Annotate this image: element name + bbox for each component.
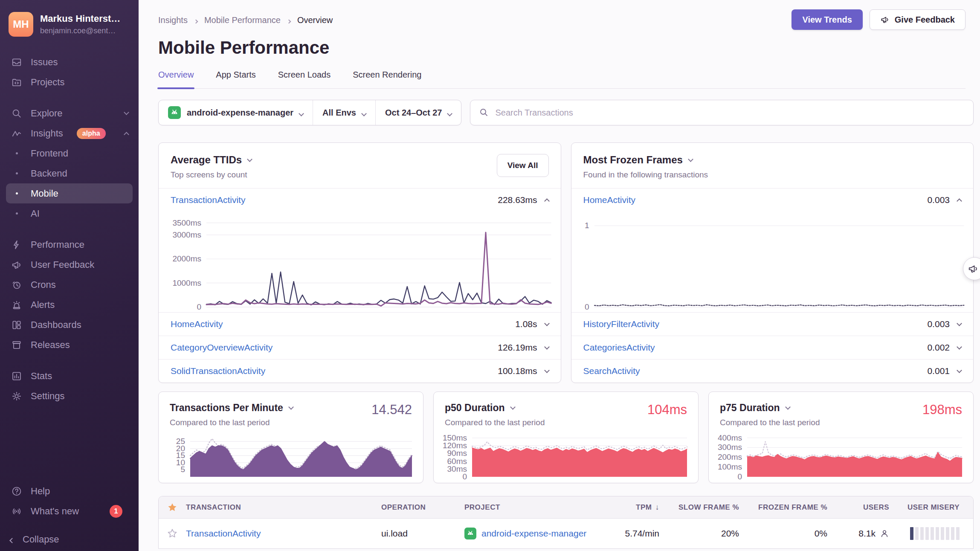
transaction-link[interactable]: TransactionActivity: [171, 195, 245, 205]
expand-row-icon[interactable]: [544, 344, 550, 350]
sidebar-item-ai[interactable]: AI: [6, 203, 133, 223]
tpm-panel: Transactions Per Minute Compared to the …: [158, 392, 423, 483]
sidebar-item-label: What's new: [31, 506, 79, 517]
sidebar-item-releases[interactable]: Releases: [6, 335, 133, 355]
average-ttids-title[interactable]: Average TTIDs: [171, 154, 252, 166]
sidebar-item-frontend[interactable]: Frontend: [6, 143, 133, 163]
ttids-row: CategoryOverviewActivity 126.19ms: [159, 336, 561, 359]
transaction-link[interactable]: HistoryFilterActivity: [583, 319, 660, 329]
breadcrumb-mobile-performance[interactable]: Mobile Performance: [204, 15, 281, 25]
column-header-transaction[interactable]: TRANSACTION: [186, 503, 381, 512]
search-icon: [10, 108, 23, 119]
sidebar-item-projects[interactable]: Projects: [6, 72, 133, 92]
average-ttids-panel: Average TTIDs Top screens by count View …: [158, 142, 561, 383]
p50-title[interactable]: p50 Duration: [445, 402, 545, 414]
chevron-down-icon: [299, 108, 303, 118]
search-input[interactable]: [495, 108, 965, 118]
environment-selector-value: All Envs: [322, 108, 356, 118]
collapse-row-icon[interactable]: [544, 198, 550, 204]
breadcrumb-insights[interactable]: Insights: [158, 15, 188, 25]
expand-row-icon[interactable]: [957, 321, 962, 326]
view-all-button[interactable]: View All: [497, 154, 549, 177]
chevron-right-icon: [194, 15, 197, 25]
tpm-title[interactable]: Transactions Per Minute: [170, 402, 293, 414]
sidebar-item-explore[interactable]: Explore: [6, 103, 133, 123]
sidebar-footer: Help What's new 1 Collapse: [0, 481, 139, 547]
transactions-table: TRANSACTION OPERATION PROJECT TPM↓ SLOW …: [158, 496, 974, 549]
sidebar-item-help[interactable]: Help: [6, 481, 133, 501]
p75-title[interactable]: p75 Duration: [720, 402, 820, 414]
android-project-icon: [464, 528, 476, 539]
tab-bar: Overview App Starts Screen Loads Screen …: [158, 70, 966, 89]
p75-panel: p75 Duration Compared to the last period…: [708, 392, 974, 483]
sidebar-item-label: Frontend: [31, 148, 68, 159]
sidebar-item-performance[interactable]: Performance: [6, 235, 133, 255]
transaction-link[interactable]: HomeActivity: [583, 195, 636, 205]
collapse-label: Collapse: [23, 534, 59, 545]
ttids-y-axis: 3500ms3000ms2000ms1000ms0: [162, 219, 206, 307]
sidebar-item-mobile[interactable]: Mobile: [6, 183, 133, 203]
view-trends-button[interactable]: View Trends: [792, 9, 862, 30]
transaction-link[interactable]: CategoriesActivity: [583, 342, 655, 353]
nav-divider: [0, 92, 139, 103]
tab-overview[interactable]: Overview: [158, 70, 194, 88]
give-feedback-button[interactable]: Give Feedback: [870, 9, 966, 30]
column-header-user-misery[interactable]: USER MISERY: [889, 503, 973, 512]
sidebar-item-alerts[interactable]: Alerts: [6, 295, 133, 315]
p75-chart-area: 400ms300ms200ms100ms0: [720, 427, 962, 477]
environment-selector[interactable]: All Envs: [313, 100, 375, 125]
expand-row-icon[interactable]: [544, 321, 550, 326]
column-header-operation[interactable]: OPERATION: [381, 503, 464, 512]
column-header-users[interactable]: USERS: [827, 503, 889, 512]
transaction-link[interactable]: SearchActivity: [583, 366, 640, 376]
column-header-slow-frame[interactable]: SLOW FRAME %: [659, 503, 739, 512]
transaction-link[interactable]: HomeActivity: [171, 319, 223, 329]
operation-cell: ui.load: [381, 528, 464, 539]
transaction-link[interactable]: TransactionActivity: [186, 528, 261, 538]
column-header-project[interactable]: PROJECT: [464, 503, 612, 512]
sidebar-item-settings[interactable]: Settings: [6, 386, 133, 406]
tab-app-starts[interactable]: App Starts: [216, 70, 255, 88]
sidebar-item-user-feedback[interactable]: User Feedback: [6, 255, 133, 275]
expand-row-icon[interactable]: [957, 368, 962, 373]
date-range-selector[interactable]: Oct 24–Oct 27: [375, 100, 461, 125]
slow-frame-cell: 20%: [659, 528, 739, 539]
expand-row-icon[interactable]: [544, 368, 550, 373]
main-content: Insights Mobile Performance Overview Vie…: [139, 0, 980, 551]
transaction-link[interactable]: SolidTransactionActivity: [171, 366, 265, 376]
transaction-link[interactable]: CategoryOverviewActivity: [171, 342, 273, 353]
star-icon[interactable]: [159, 502, 186, 513]
chevron-down-icon: [247, 157, 252, 162]
panel-title-label: p75 Duration: [720, 402, 780, 414]
sidebar-item-crons[interactable]: Crons: [6, 275, 133, 295]
sidebar-item-backend[interactable]: Backend: [6, 163, 133, 183]
tpm-cell: 5.74/min: [612, 528, 659, 539]
sidebar-item-insights[interactable]: Insights alpha: [6, 123, 133, 143]
sidebar-item-issues[interactable]: Issues: [6, 52, 133, 72]
column-header-frozen-frame[interactable]: FROZEN FRAME %: [739, 503, 827, 512]
tab-screen-loads[interactable]: Screen Loads: [278, 70, 331, 88]
column-header-tpm[interactable]: TPM↓: [612, 503, 659, 512]
favorite-star-button[interactable]: [159, 528, 186, 539]
chevron-down-icon: [510, 404, 516, 410]
sidebar-collapse-button[interactable]: Collapse: [0, 527, 139, 547]
project-selector[interactable]: android-expense-manager: [159, 100, 313, 125]
sidebar-item-whats-new[interactable]: What's new 1: [6, 501, 133, 521]
p50-chart-area: 150ms120ms90ms60ms30ms0: [445, 427, 687, 477]
panel-title-label: p50 Duration: [445, 402, 505, 414]
sidebar: MH Markus Hinterst… benjamin.coe@sent… I…: [0, 0, 139, 551]
archive-icon: [10, 339, 23, 351]
frozen-value: 0.002: [927, 342, 950, 353]
bar-chart-icon: [10, 371, 23, 382]
chevron-up-icon: [125, 130, 128, 136]
sidebar-item-stats[interactable]: Stats: [6, 366, 133, 386]
nav-divider: [0, 355, 139, 366]
collapse-row-icon[interactable]: [957, 198, 962, 204]
user-menu[interactable]: MH Markus Hinterst… benjamin.coe@sent…: [0, 11, 139, 38]
sidebar-item-dashboards[interactable]: Dashboards: [6, 315, 133, 335]
tab-screen-rendering[interactable]: Screen Rendering: [353, 70, 421, 88]
frozen-row: CategoriesActivity 0.002: [571, 336, 974, 359]
most-frozen-frames-title[interactable]: Most Frozen Frames: [583, 154, 708, 166]
expand-row-icon[interactable]: [957, 344, 962, 350]
project-link[interactable]: android-expense-manager: [481, 528, 586, 539]
